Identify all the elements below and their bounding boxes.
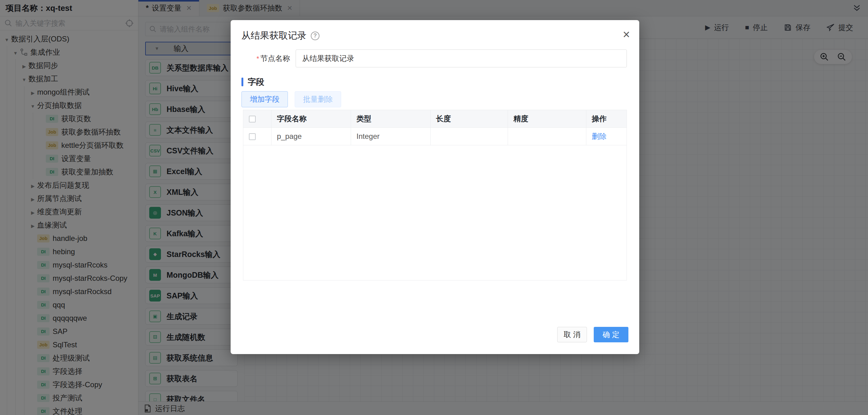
ok-button[interactable]: 确 定 bbox=[594, 327, 628, 342]
app-window: 项目名称：xq-test 数据引入层(ODS) 集成作业 bbox=[0, 0, 868, 415]
column-header-action: 操作 bbox=[586, 110, 626, 128]
node-name-input[interactable] bbox=[296, 49, 627, 67]
batch-delete-button[interactable]: 批量删除 bbox=[295, 91, 341, 107]
dialog-title: 从结果获取记录 ? bbox=[242, 29, 319, 42]
delete-row-link[interactable]: 删除 bbox=[592, 132, 607, 140]
column-header-length: 长度 bbox=[430, 110, 508, 128]
select-all-checkbox[interactable] bbox=[249, 116, 256, 123]
row-checkbox[interactable] bbox=[249, 133, 256, 140]
help-icon[interactable]: ? bbox=[311, 32, 319, 40]
fields-table: 字段名称 类型 长度 精度 操作 p_page Integer bbox=[243, 110, 627, 280]
cancel-button[interactable]: 取 消 bbox=[557, 327, 587, 342]
add-field-button[interactable]: 增加字段 bbox=[242, 91, 288, 107]
get-records-dialog: 从结果获取记录 ? × *节点名称 字段 增加字段 批量删除 bbox=[230, 20, 639, 354]
dialog-title-text: 从结果获取记录 bbox=[242, 29, 307, 42]
close-icon[interactable]: × bbox=[623, 28, 630, 40]
node-name-label: *节点名称 bbox=[242, 54, 296, 63]
field-actions: 增加字段 批量删除 bbox=[242, 91, 341, 107]
dialog-footer: 取 消 确 定 bbox=[557, 327, 628, 342]
fields-section-label: 字段 bbox=[248, 76, 265, 88]
field-length-cell bbox=[430, 128, 508, 145]
field-name-cell: p_page bbox=[271, 128, 351, 145]
column-header-precision: 精度 bbox=[508, 110, 586, 128]
table-header-row: 字段名称 类型 长度 精度 操作 bbox=[243, 110, 626, 128]
node-name-row: *节点名称 bbox=[242, 49, 627, 67]
required-marker: * bbox=[256, 55, 259, 63]
column-header-type: 类型 bbox=[351, 110, 430, 128]
fields-section-header: 字段 bbox=[242, 76, 265, 88]
field-precision-cell bbox=[508, 128, 586, 145]
section-accent-bar bbox=[242, 78, 243, 86]
table-row: p_page Integer 删除 bbox=[243, 128, 626, 145]
field-type-cell: Integer bbox=[351, 128, 430, 145]
column-header-name: 字段名称 bbox=[271, 110, 351, 128]
